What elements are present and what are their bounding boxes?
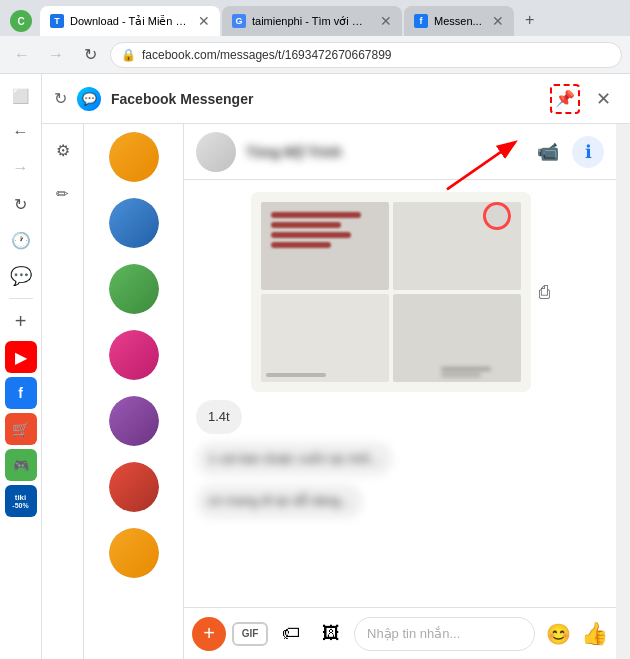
- sidebar-shopee-icon[interactable]: 🛒: [5, 413, 37, 445]
- tab-messenger-close[interactable]: ✕: [492, 13, 504, 29]
- message-text-1: 1.4t: [208, 409, 230, 424]
- refresh-button[interactable]: ↻: [76, 41, 104, 69]
- doc-circle-annotation: [483, 202, 511, 230]
- image-message: ⎙: [251, 192, 550, 392]
- image-button[interactable]: 🖼: [314, 617, 348, 651]
- gif-button[interactable]: GIF: [232, 622, 268, 646]
- contacts-list: [84, 124, 184, 659]
- topbar-close-button[interactable]: ✕: [588, 84, 618, 114]
- message-image-card: [251, 192, 531, 392]
- lock-icon: 🔒: [121, 48, 136, 62]
- tab-download-close[interactable]: ✕: [198, 13, 210, 29]
- chat-settings-bar: ⚙ ✏: [42, 124, 84, 659]
- message-image: [251, 192, 531, 392]
- contact-item[interactable]: [84, 322, 183, 388]
- text-message-1: 1.4t: [196, 400, 242, 434]
- new-tab-button[interactable]: +: [516, 6, 544, 34]
- sticker-button[interactable]: 🏷: [274, 617, 308, 651]
- contact-item[interactable]: [84, 190, 183, 256]
- contact-item[interactable]: [84, 454, 183, 520]
- sidebar-forward-icon[interactable]: →: [5, 152, 37, 184]
- messenger-topbar: ↻ 💬 Facebook Messenger 📌 ✕: [42, 74, 630, 124]
- info-button[interactable]: ℹ: [572, 136, 604, 168]
- sidebar-messenger-icon[interactable]: 💬: [5, 260, 37, 292]
- tab-download-label: Download - Tải Miễn Phí VN: [70, 15, 188, 28]
- messenger-logo: 💬: [77, 87, 101, 111]
- tab-messenger-label: Messen...: [434, 15, 482, 27]
- history-icon[interactable]: 🕐: [5, 224, 37, 256]
- message-text-2: 1 cái bàn được cuốn lại nhỏ...: [208, 451, 381, 466]
- pin-button[interactable]: 📌: [550, 84, 580, 114]
- contact-item[interactable]: [84, 520, 183, 586]
- sidebar-back-icon[interactable]: ←: [5, 116, 37, 148]
- sidebar-divider-1: [9, 298, 33, 299]
- messenger-title: Facebook Messenger: [111, 91, 540, 107]
- add-button[interactable]: +: [192, 617, 226, 651]
- chat-header-name: Tùng Mỹ Trinh: [246, 144, 522, 160]
- share-button[interactable]: ⎙: [539, 282, 550, 303]
- pin-icon: 📌: [555, 89, 575, 108]
- contact-item[interactable]: [84, 388, 183, 454]
- browser-window: C T Download - Tải Miễn Phí VN ✕ G taimi…: [0, 0, 630, 659]
- settings-gear-icon[interactable]: ⚙: [47, 134, 79, 166]
- chat-header: Tùng Mỹ Trinh 📹 ℹ: [184, 124, 616, 180]
- tab-download[interactable]: T Download - Tải Miễn Phí VN ✕: [40, 6, 220, 36]
- right-panel-strip: [616, 124, 630, 659]
- chat-input-bar: + GIF 🏷 🖼 Nhập tin nhắn... 😊 👍: [184, 607, 616, 659]
- tab-search-close[interactable]: ✕: [380, 13, 392, 29]
- sidebar-tiki-icon[interactable]: tiki -50%: [5, 485, 37, 517]
- url-text: facebook.com/messages/t/1693472670667899: [142, 48, 392, 62]
- main-content: ⬜ ← → ↻ 🕐 💬 + ▶ f 🛒 🎮 tiki -5: [0, 74, 630, 659]
- sidebar-add-icon[interactable]: +: [5, 305, 37, 337]
- settings-edit-icon[interactable]: ✏: [47, 178, 79, 210]
- sidebar-refresh-icon[interactable]: ↻: [5, 188, 37, 220]
- address-bar: ← → ↻ 🔒 facebook.com/messages/t/16934726…: [0, 36, 630, 74]
- emoji-button[interactable]: 😊: [541, 617, 575, 651]
- sidebar-youtube-icon[interactable]: ▶: [5, 341, 37, 373]
- sidebar-facebook-icon[interactable]: f: [5, 377, 37, 409]
- sidebar-game-icon[interactable]: 🎮: [5, 449, 37, 481]
- tab-bar: C T Download - Tải Miễn Phí VN ✕ G taimi…: [0, 0, 630, 36]
- page-body: ↻ 💬 Facebook Messenger 📌 ✕: [42, 74, 630, 659]
- close-icon: ✕: [596, 88, 611, 110]
- url-bar[interactable]: 🔒 facebook.com/messages/t/16934726706678…: [110, 42, 622, 68]
- doc-title-area: [271, 212, 361, 248]
- messenger-panel: ↻ 💬 Facebook Messenger 📌 ✕: [42, 74, 630, 659]
- back-button[interactable]: ←: [8, 41, 36, 69]
- coccoc-sidebar: ⬜ ← → ↻ 🕐 💬 + ▶ f 🛒 🎮 tiki -5: [0, 74, 42, 659]
- chat-messages: ⎙ 1.4t 1 cái bàn được cuốn lại nhỏ... có…: [184, 180, 616, 607]
- chat-header-avatar: [196, 132, 236, 172]
- contact-item[interactable]: [84, 256, 183, 322]
- contact-item[interactable]: [84, 124, 183, 190]
- tab-search[interactable]: G taimienphi - Tìm với Google ✕: [222, 6, 402, 36]
- text-message-3: có mang đi lại dễ dàng...: [196, 484, 363, 518]
- forward-button[interactable]: →: [42, 41, 70, 69]
- tab-search-label: taimienphi - Tìm với Google: [252, 15, 370, 28]
- message-input[interactable]: Nhập tin nhắn...: [354, 617, 535, 651]
- tab-manager-icon[interactable]: ⬜: [5, 80, 37, 112]
- topbar-actions: 📌 ✕: [550, 84, 618, 114]
- like-button[interactable]: 👍: [581, 621, 608, 647]
- message-placeholder: Nhập tin nhắn...: [367, 626, 460, 641]
- chat-header-actions: 📹 ℹ: [532, 136, 604, 168]
- message-text-3: có mang đi lại dễ dàng...: [208, 493, 351, 508]
- chat-content: Tùng Mỹ Trinh 📹 ℹ: [184, 124, 616, 659]
- text-message-2: 1 cái bàn được cuốn lại nhỏ...: [196, 442, 393, 476]
- messenger-refresh-button[interactable]: ↻: [54, 89, 67, 108]
- tab-messenger[interactable]: f Messen... ✕: [404, 6, 514, 36]
- video-call-button[interactable]: 📹: [532, 136, 564, 168]
